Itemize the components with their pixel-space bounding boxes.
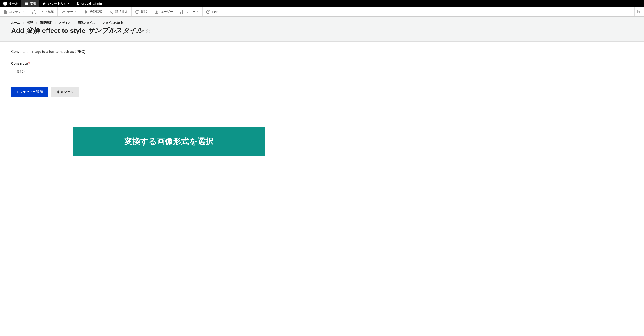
- star-icon: [42, 2, 46, 5]
- admin-item-structure[interactable]: サイト構築: [28, 7, 58, 16]
- convert-to-label: Convert to*: [11, 61, 633, 65]
- title-mid: effect to style: [42, 27, 85, 35]
- content-region: Converts an image to a format (such as J…: [0, 42, 644, 105]
- admin-item-appearance[interactable]: テーマ: [58, 7, 80, 16]
- wrench-icon: [110, 10, 114, 14]
- user-icon: [155, 10, 159, 14]
- admin-label: テーマ: [67, 10, 76, 14]
- chevron-right-icon: ›: [74, 21, 75, 25]
- breadcrumb: ホーム › 管理 › 環境設定 › メディア › 画像スタイル › スタイルの編…: [11, 21, 633, 25]
- breadcrumb-edit-style[interactable]: スタイルの編集: [103, 21, 123, 25]
- svg-rect-10: [182, 10, 183, 14]
- admin-label: サイト構築: [38, 10, 54, 14]
- toolbar-shortcuts-label: ショートカット: [48, 2, 70, 6]
- effect-description: Converts an image to a format (such as J…: [11, 50, 633, 54]
- convert-to-select[interactable]: - 選択 -: [11, 67, 33, 76]
- admin-label: 機能拡張: [90, 10, 102, 14]
- breadcrumb-home[interactable]: ホーム: [11, 21, 20, 25]
- hamburger-icon: [24, 2, 28, 5]
- svg-rect-6: [35, 13, 36, 14]
- required-mark: *: [28, 61, 30, 65]
- admin-item-people[interactable]: ユーザー: [151, 7, 177, 16]
- header-region: ホーム › 管理 › 環境設定 › メディア › 画像スタイル › スタイルの編…: [0, 17, 644, 42]
- svg-rect-11: [184, 11, 184, 14]
- page-title: Add 変換 effect to style サンプルスタイル ☆: [11, 26, 633, 35]
- breadcrumb-image-styles[interactable]: 画像スタイル: [78, 21, 95, 25]
- title-effect: 変換: [26, 26, 40, 35]
- breadcrumb-config[interactable]: 環境設定: [40, 21, 52, 25]
- svg-rect-4: [34, 10, 35, 11]
- toolbar-user[interactable]: drupal_admin: [73, 0, 105, 7]
- top-toolbar: ‹ ホーム 管理 ショートカット drupal_admin: [0, 0, 644, 7]
- chevron-right-icon: ›: [98, 21, 99, 25]
- star-outline-icon[interactable]: ☆: [145, 27, 150, 34]
- chevron-right-icon: ›: [36, 21, 37, 25]
- svg-rect-1: [24, 3, 28, 4]
- chart-icon: [180, 10, 184, 14]
- admin-label: ユーザー: [160, 10, 173, 14]
- collapse-icon: [637, 10, 641, 14]
- breadcrumb-media[interactable]: メディア: [59, 21, 71, 25]
- admin-item-config[interactable]: 環境設定: [106, 7, 132, 16]
- admin-label: 環境設定: [116, 10, 128, 14]
- toolbar-home-label: ホーム: [9, 2, 18, 6]
- title-style-name: サンプルスタイル: [88, 26, 143, 35]
- back-icon: ‹: [3, 2, 7, 6]
- admin-label: コンテンツ: [9, 10, 24, 14]
- user-icon: [76, 2, 80, 5]
- chevron-right-icon: ›: [55, 21, 56, 25]
- admin-label: 翻訳: [141, 10, 147, 14]
- svg-point-8: [156, 10, 158, 12]
- toolbar-manage-label: 管理: [30, 2, 36, 6]
- admin-item-translate[interactable]: 翻訳: [132, 7, 151, 16]
- svg-rect-14: [637, 10, 638, 14]
- globe-icon: [135, 10, 139, 14]
- add-effect-button[interactable]: エフェクトの追加: [11, 87, 48, 97]
- toolbar-back-home[interactable]: ‹ ホーム: [0, 0, 22, 7]
- admin-item-content[interactable]: コンテンツ: [0, 7, 28, 16]
- title-prefix: Add: [11, 27, 24, 35]
- toolbar-manage[interactable]: 管理: [22, 0, 39, 7]
- document-icon: [4, 10, 7, 14]
- svg-rect-2: [24, 5, 28, 5]
- breadcrumb-admin[interactable]: 管理: [27, 21, 33, 25]
- svg-rect-9: [180, 12, 181, 14]
- cancel-button[interactable]: キャンセル: [51, 87, 80, 97]
- admin-item-extend[interactable]: 機能拡張: [80, 7, 106, 16]
- toolbar-shortcuts[interactable]: ショートカット: [39, 0, 73, 7]
- wrench-icon: [61, 10, 65, 14]
- admin-item-help[interactable]: ? Help: [202, 7, 222, 16]
- form-actions: エフェクトの追加 キャンセル: [11, 87, 633, 97]
- svg-rect-0: [24, 2, 28, 3]
- svg-rect-5: [32, 13, 33, 14]
- help-icon: ?: [206, 10, 210, 14]
- toolbar-user-label: drupal_admin: [82, 2, 102, 5]
- puzzle-icon: [84, 10, 88, 14]
- svg-text:?: ?: [208, 11, 209, 13]
- toolbar-collapse[interactable]: [634, 7, 644, 16]
- structure-icon: [32, 10, 36, 14]
- convert-to-select-wrap: - 選択 - ⌄: [11, 67, 33, 76]
- admin-label: レポート: [186, 10, 199, 14]
- chevron-right-icon: ›: [23, 21, 24, 25]
- admin-item-reports[interactable]: レポート: [177, 7, 202, 16]
- admin-toolbar: コンテンツ サイト構築 テーマ 機能拡張 環境設定 翻訳 ユーザー: [0, 7, 644, 17]
- svg-point-3: [77, 2, 79, 4]
- admin-label: Help: [212, 10, 218, 14]
